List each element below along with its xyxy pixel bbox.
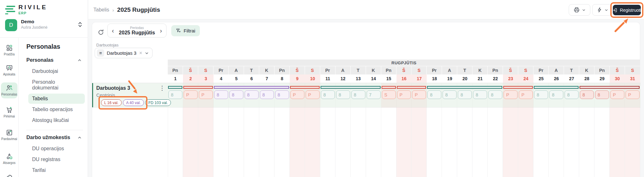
- rail-item-personalas[interactable]: Personalas: [1, 82, 17, 98]
- employee-name[interactable]: Darbuotojas 3: [96, 85, 130, 91]
- shift-bar-15-15-red[interactable]: [382, 86, 396, 89]
- shift-bar-25-27-teal[interactable]: [534, 86, 579, 89]
- kebab-menu-icon[interactable]: ⋮: [159, 85, 165, 92]
- day-number-cell-26: 26: [549, 74, 564, 83]
- day-value-28-leave[interactable]: 8: [580, 90, 594, 99]
- user-switcher[interactable]: D Demo Aušra Juodienė: [0, 17, 88, 38]
- day-value-7-vacation[interactable]: 8: [260, 90, 274, 99]
- day-value-1-work[interactable]: 8: [168, 90, 182, 99]
- day-value-13-work[interactable]: 8: [351, 90, 365, 99]
- day-value-20-work[interactable]: 8: [458, 90, 472, 99]
- quick-actions-button[interactable]: [592, 4, 613, 16]
- day-value-15-holiday[interactable]: S: [382, 90, 396, 99]
- shift-bar-28-31-darkred[interactable]: [580, 86, 640, 89]
- period-next-button[interactable]: ›: [160, 27, 162, 34]
- shift-bar-11-14-teal[interactable]: [321, 86, 381, 89]
- breadcrumb-root[interactable]: Tabelis: [93, 7, 109, 13]
- day-value-22-work[interactable]: 8: [488, 90, 502, 99]
- menu-item-personalo-dokumentai[interactable]: Personalo dokumentai: [28, 77, 85, 93]
- day-cell-30: P: [610, 90, 625, 99]
- day-value-24-rest[interactable]: P: [519, 90, 533, 99]
- app-logo[interactable]: RIVILE ERP: [5, 4, 47, 15]
- day-value-11-work[interactable]: 8: [321, 90, 335, 99]
- day-value-14-work[interactable]: 7: [367, 90, 381, 99]
- shift-bars: [168, 86, 640, 89]
- day-number-cell-11: 11: [320, 74, 336, 83]
- day-value-4-vacation[interactable]: 8: [214, 90, 228, 99]
- chevron-down-icon[interactable]: [145, 51, 149, 55]
- equals-operator-icon[interactable]: =: [97, 49, 104, 57]
- day-value-30-rest[interactable]: P: [610, 90, 624, 99]
- day-value-26-work[interactable]: 8: [549, 90, 563, 99]
- day-value-2-rest[interactable]: P: [184, 90, 198, 99]
- shift-bar-16-17-red[interactable]: [397, 86, 426, 89]
- day-value-8-vacation[interactable]: 8: [275, 90, 289, 99]
- day-value-23-rest[interactable]: P: [504, 90, 518, 99]
- day-value-31-rest[interactable]: P: [626, 90, 640, 99]
- chevron-up-icon[interactable]: [78, 136, 82, 140]
- day-value-19-work[interactable]: 8: [443, 90, 457, 99]
- body-stripe-cell: [594, 108, 610, 177]
- chevron-up-down-icon[interactable]: [78, 22, 82, 27]
- body-stripe-cell: [198, 108, 214, 177]
- refresh-button[interactable]: [96, 27, 105, 37]
- day-value-12-work[interactable]: 8: [336, 90, 350, 99]
- weekday-cell-6: T: [244, 66, 259, 74]
- shift-bar-4-8-purple[interactable]: [214, 86, 289, 89]
- rail-item-apskaita[interactable]: Apskaita: [1, 62, 17, 78]
- menu-item-du-operacijos[interactable]: DU operacijos: [28, 144, 85, 154]
- day-value-10-rest[interactable]: P: [306, 90, 320, 99]
- day-value-29-leave[interactable]: 8: [595, 90, 609, 99]
- rail-item-nustatymai[interactable]: Nustatymai: [1, 172, 17, 177]
- menu-item-tarifai[interactable]: Tarifai: [28, 165, 85, 175]
- period-prev-button[interactable]: ‹: [112, 27, 114, 34]
- body-stripe-cell: [305, 108, 320, 177]
- shift-bar-23-24-red[interactable]: [503, 86, 533, 89]
- day-value-17-rest[interactable]: P: [412, 90, 426, 99]
- day-value-9-rest[interactable]: P: [290, 90, 304, 99]
- menu-item-tabelio-operacijos[interactable]: Tabelio operacijos: [28, 104, 85, 115]
- day-value-6-vacation[interactable]: 8: [245, 90, 259, 99]
- day-value-3-rest[interactable]: P: [199, 90, 213, 99]
- weekday-cell-9: Š: [290, 66, 305, 74]
- period-value[interactable]: 2025 Rugpjūtis: [119, 30, 155, 36]
- shift-bar-2-3-red[interactable]: [183, 86, 213, 89]
- chevron-down-icon: [605, 8, 608, 12]
- menu-section-label: Darbo užmokestis: [26, 135, 70, 140]
- rail-item-atsargos[interactable]: Atsargos: [1, 151, 17, 167]
- shift-bar-18-22-teal[interactable]: [427, 86, 502, 89]
- logo-name: RIVILE: [18, 4, 47, 11]
- rail-item-pardavimai[interactable]: Pardavimai: [1, 127, 17, 143]
- period-label: Periodas: [119, 26, 155, 30]
- day-number-cell-31: 31: [625, 74, 640, 83]
- day-value-18-work[interactable]: 8: [427, 90, 441, 99]
- weekday-cell-16: Š: [397, 66, 412, 74]
- printer-icon: [573, 7, 580, 13]
- day-cell-13: 8: [351, 90, 366, 99]
- body-stripe-cell: [564, 108, 579, 177]
- register-button[interactable]: Registruoti: [613, 5, 641, 15]
- day-cell-17: P: [411, 90, 427, 99]
- shift-bar-9-10-red[interactable]: [290, 86, 320, 89]
- rail-item-pirkimai[interactable]: Pirkimai: [1, 104, 17, 120]
- employee-filter-chip[interactable]: = Darbuotojas 3 ✕: [95, 48, 153, 58]
- rail-item-pradžia[interactable]: Pradžia: [1, 42, 17, 58]
- day-value-5-vacation[interactable]: 8: [229, 90, 243, 99]
- menu-section-darbo-uzmokestis[interactable]: Darbo užmokestis: [26, 135, 85, 140]
- print-button[interactable]: [569, 4, 590, 16]
- weekday-cell-26: A: [549, 66, 564, 74]
- day-value-21-work[interactable]: 8: [473, 90, 487, 99]
- day-value-25-work[interactable]: 8: [534, 90, 548, 99]
- day-value-27-work[interactable]: 8: [565, 90, 579, 99]
- chip-remove-icon[interactable]: ✕: [139, 51, 142, 55]
- menu-item-atostogų-likučiai[interactable]: Atostogų likučiai: [28, 115, 85, 125]
- chevron-up-icon[interactable]: [78, 58, 82, 62]
- menu-section-personalas[interactable]: Personalas: [26, 57, 85, 63]
- menu-item-du-registras[interactable]: DU registras: [28, 154, 85, 165]
- menu-item-tabelis[interactable]: Tabelis: [28, 94, 85, 104]
- menu-item-darbuotojai[interactable]: Darbuotojai: [28, 66, 85, 76]
- day-cell-19: 8: [442, 90, 457, 99]
- shift-bar-1-1-teal[interactable]: [168, 86, 182, 89]
- day-value-16-rest[interactable]: P: [397, 90, 411, 99]
- filters-button[interactable]: Filtrai: [171, 25, 200, 36]
